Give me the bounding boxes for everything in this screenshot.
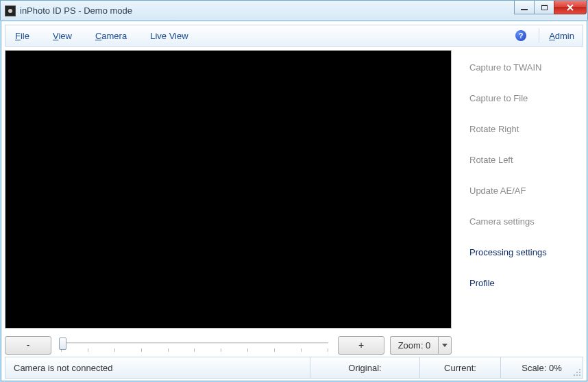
app-icon [5,5,16,16]
statusbar: Camera is not connected Original: Curren… [5,357,583,379]
window-title: inPhoto ID PS - Demo mode [20,5,132,16]
side-capture-file[interactable]: Capture to File [469,93,579,103]
zoom-out-button[interactable]: - [5,336,51,355]
status-current-label: Current: [444,363,476,373]
status-original: Original: [310,357,419,378]
help-icon[interactable]: ? [515,30,526,41]
zoom-dropdown-button[interactable] [438,336,452,355]
side-rotate-right[interactable]: Rotate Right [469,124,579,134]
side-update-aeaf[interactable]: Update AE/AF [469,186,579,196]
menu-view[interactable]: View [49,28,76,44]
svg-point-2 [579,372,580,373]
resize-grip-icon [573,368,581,377]
menu-live-view[interactable]: Live View [146,28,192,44]
zoom-value[interactable]: Zoom: 0 [390,336,438,355]
zoom-in-button[interactable]: + [338,336,384,355]
chevron-down-icon [442,344,448,347]
status-scale: Scale: 0% [500,357,583,378]
side-rotate-left[interactable]: Rotate Left [469,155,579,165]
menubar: File View Camera Live View ? Admin [5,25,583,47]
svg-point-1 [576,372,578,373]
zoom-combo: Zoom: 0 [390,336,452,355]
status-scale-value: 0% [549,363,562,373]
zoom-controls: - + Zoom: 0 [5,329,452,355]
slider-ticks [61,348,328,352]
menu-file[interactable]: File [11,28,34,44]
close-icon [566,3,574,12]
status-camera: Camera is not connected [5,357,310,378]
left-column: - + Zoom: 0 [5,50,452,355]
side-panel: Capture to TWAIN Capture to File Rotate … [454,50,583,355]
status-scale-label: Scale: [522,363,546,373]
menu-admin[interactable]: Admin [549,31,574,41]
slider-thumb[interactable] [59,338,66,350]
side-camera-settings[interactable]: Camera settings [469,216,579,227]
side-profile[interactable]: Profile [469,278,579,288]
side-capture-twain[interactable]: Capture to TWAIN [469,62,579,73]
titlebar: inPhoto ID PS - Demo mode [0,0,588,21]
status-original-label: Original: [348,363,381,373]
live-preview [5,50,452,329]
svg-point-0 [579,369,580,370]
svg-point-5 [579,374,580,376]
maximize-button[interactable] [534,1,554,14]
status-current: Current: [419,357,500,378]
close-button[interactable] [554,1,587,14]
menu-divider [539,28,539,43]
zoom-slider[interactable] [57,336,332,355]
minimize-button[interactable] [514,1,535,14]
resize-grip[interactable] [573,368,581,377]
window-controls [515,1,587,14]
side-processing-settings[interactable]: Processing settings [469,247,579,257]
slider-track [61,342,328,344]
content-row: - + Zoom: 0 Capture to TWAIN Capture to … [1,47,587,357]
svg-point-4 [576,374,578,376]
menu-camera[interactable]: Camera [91,28,131,44]
svg-point-3 [574,374,575,376]
client-area: File View Camera Live View ? Admin - + Z… [1,21,587,381]
